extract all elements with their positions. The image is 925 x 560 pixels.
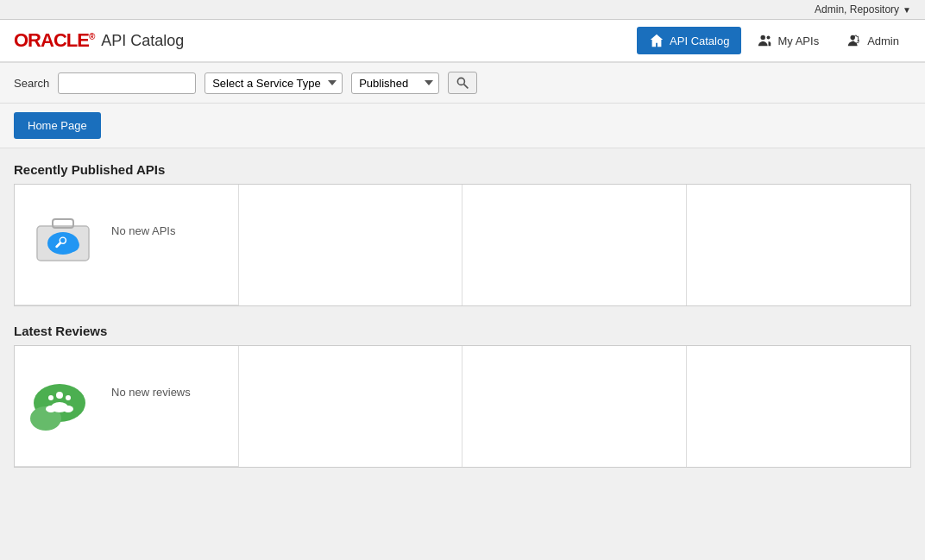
recently-published-grid: No new APIs	[14, 184, 911, 306]
search-input[interactable]	[58, 72, 196, 94]
app-title: API Catalog	[101, 32, 184, 50]
api-catalog-nav-button[interactable]: API Catalog	[637, 27, 741, 54]
svg-point-9	[48, 238, 64, 252]
logo: ORACLE® API Catalog	[14, 29, 184, 52]
recently-published-cell-3	[462, 185, 687, 305]
no-reviews-message: No new reviews	[111, 360, 191, 399]
my-apis-icon	[757, 33, 772, 48]
published-select[interactable]: Published Draft Deprecated	[351, 72, 439, 94]
search-button[interactable]	[448, 72, 477, 94]
svg-line-5	[464, 85, 469, 89]
user-label: Admin, Repository	[815, 3, 899, 16]
svg-point-0	[761, 35, 765, 40]
svg-point-14	[48, 395, 53, 400]
main-content: Recently Published APIs	[0, 148, 925, 499]
search-label: Search	[14, 77, 49, 90]
svg-point-1	[767, 35, 771, 39]
svg-point-18	[63, 406, 73, 412]
search-icon	[456, 76, 469, 90]
recently-published-title: Recently Published APIs	[14, 162, 911, 177]
my-apis-nav-button[interactable]: My APIs	[745, 27, 831, 54]
svg-point-15	[66, 395, 71, 400]
svg-point-17	[46, 406, 56, 412]
header: ORACLE® API Catalog API Catalog My APIs	[0, 20, 925, 63]
latest-reviews-cell-1: No new reviews	[15, 346, 239, 467]
reviews-icon	[28, 360, 98, 440]
action-bar: Home Page	[0, 104, 925, 148]
svg-point-4	[458, 78, 465, 85]
latest-reviews-grid: No new reviews	[14, 345, 911, 468]
svg-point-13	[56, 392, 63, 399]
service-type-select[interactable]: Select a Service Type REST SOAP Other	[205, 72, 343, 94]
no-apis-message: No new APIs	[111, 198, 175, 237]
latest-reviews-cell-3	[462, 346, 687, 467]
oracle-logo: ORACLE®	[14, 29, 94, 52]
toolbar: Search Select a Service Type REST SOAP O…	[0, 63, 925, 104]
latest-reviews-cell-4	[687, 346, 911, 467]
user-dropdown-icon[interactable]: ▼	[903, 5, 911, 15]
admin-icon	[846, 33, 862, 48]
home-icon	[649, 33, 664, 48]
toolbox-icon	[28, 198, 98, 270]
latest-reviews-cell-2	[239, 346, 463, 467]
latest-reviews-title: Latest Reviews	[14, 324, 911, 338]
svg-point-3	[858, 40, 859, 41]
top-bar: Admin, Repository ▼	[0, 0, 925, 20]
reg-mark: ®	[89, 32, 94, 41]
admin-nav-button[interactable]: Admin	[834, 27, 911, 54]
recently-published-cell-1: No new APIs	[15, 185, 239, 305]
nav-buttons: API Catalog My APIs Admin	[637, 27, 911, 54]
recently-published-cell-4	[687, 185, 911, 305]
recently-published-cell-2	[239, 185, 463, 305]
home-page-button[interactable]: Home Page	[14, 112, 101, 139]
